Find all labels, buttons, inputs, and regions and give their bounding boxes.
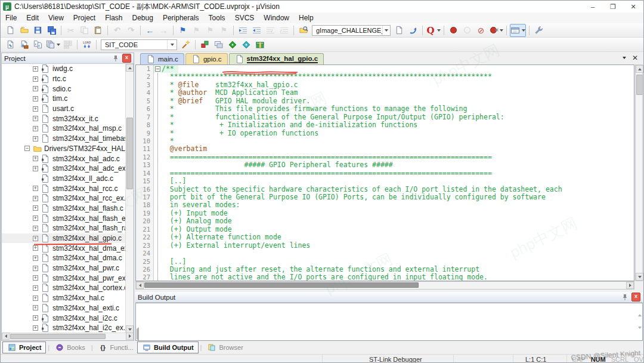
- save-button[interactable]: [32, 24, 44, 36]
- expand-icon[interactable]: +: [33, 315, 38, 321]
- target-select[interactable]: SIT_CODE: [101, 39, 177, 50]
- expand-icon[interactable]: +: [33, 66, 38, 72]
- cut-button[interactable]: ✂: [64, 24, 77, 36]
- menu-file[interactable]: File: [1, 14, 21, 22]
- expand-icon[interactable]: +: [33, 226, 38, 231]
- find-button[interactable]: Q: [426, 24, 441, 36]
- editor-tab-gpio-c[interactable]: gpio.c: [185, 53, 228, 64]
- navigate-forward-button[interactable]: →: [157, 24, 170, 36]
- tree-item-stm32f4xx-hal-pwr-ex-c[interactable]: +stm32f4xx_hal_pwr_ex.c: [2, 273, 134, 283]
- build-output-close-icon[interactable]: x: [631, 293, 640, 302]
- expand-icon[interactable]: +: [33, 156, 38, 161]
- tree-item-stm32f4xx-hal-flash-c[interactable]: +stm32f4xx_hal_flash.c: [2, 204, 134, 214]
- search-combo-dropdown-icon[interactable]: [382, 26, 390, 35]
- tree-item-stm32f4xx-ll-adc-c[interactable]: *stm32f4xx_ll_adc.c: [2, 174, 134, 184]
- fold-collapse-icon[interactable]: −: [155, 66, 160, 72]
- expand-icon[interactable]: +: [33, 196, 38, 201]
- editor-tab-main-c[interactable]: main.c: [140, 53, 184, 64]
- expand-icon[interactable]: +: [33, 96, 38, 101]
- tree-item-stm32f4xx-hal-i2c-c[interactable]: +*stm32f4xx_hal_i2c.c: [2, 313, 134, 323]
- collapse-icon[interactable]: −: [24, 146, 30, 151]
- close-button[interactable]: ✕: [623, 1, 643, 13]
- tree-item-stm32f4xx-hal-timebase-t[interactable]: +stm32f4xx_hal_timebase_t: [2, 134, 134, 144]
- expand-icon[interactable]: +: [33, 76, 38, 82]
- disable-all-breakpoints-button[interactable]: ⊘: [475, 24, 487, 36]
- bookmark-clear-all-button[interactable]: ⚑: [218, 24, 230, 36]
- translate-button[interactable]: [4, 39, 17, 51]
- restore-button[interactable]: ❐: [603, 1, 623, 13]
- file-extensions-button[interactable]: [226, 39, 239, 51]
- dock-tab-books[interactable]: Books: [51, 342, 89, 353]
- expand-icon[interactable]: +: [33, 116, 38, 121]
- build-output-content[interactable]: [135, 303, 643, 341]
- tree-item-rtc-c[interactable]: +*rtc.c: [2, 74, 134, 84]
- pack-installer-button[interactable]: [253, 39, 266, 51]
- close-document-icon[interactable]: ✕: [632, 54, 638, 62]
- expand-icon[interactable]: +: [33, 136, 38, 141]
- dock-tab-project[interactable]: Project: [2, 342, 46, 353]
- dock-tab-build-output[interactable]: Build Output: [137, 342, 199, 353]
- paste-button[interactable]: [92, 24, 104, 36]
- tree-item-stm32f4xx-hal-msp-c[interactable]: +stm32f4xx_hal_msp.c: [2, 124, 134, 134]
- save-all-button[interactable]: [45, 24, 58, 36]
- copy-button[interactable]: [78, 24, 91, 36]
- unindent-button[interactable]: [250, 24, 263, 36]
- tree-item-stm32f4xx-hal-pwr-c[interactable]: +stm32f4xx_hal_pwr.c: [2, 263, 134, 273]
- dock-tab-browser[interactable]: Browser: [203, 342, 247, 353]
- expand-icon[interactable]: +: [33, 86, 38, 91]
- menu-view[interactable]: View: [44, 14, 69, 22]
- expand-icon[interactable]: +: [33, 166, 38, 171]
- expand-icon[interactable]: +: [33, 296, 38, 301]
- tree-item-usart-c[interactable]: +usart.c: [2, 104, 134, 114]
- tree-item-stm32f4xx-hal-dma-c[interactable]: +stm32f4xx_hal_dma.c: [2, 253, 134, 263]
- navigate-back-button[interactable]: ←: [144, 24, 156, 36]
- tree-item-stm32f4xx-hal-flash-ex-c[interactable]: +stm32f4xx_hal_flash_ex.c: [2, 213, 134, 223]
- tree-item-stm32f4xx-hal-adc-ex-c[interactable]: +*stm32f4xx_hal_adc_ex.c: [2, 164, 134, 174]
- tree-item-drivers-stm32f4xx-hal-driv[interactable]: −Drivers/STM32F4xx_HAL_Driv: [2, 144, 134, 154]
- open-file-button[interactable]: [18, 24, 30, 36]
- target-select-dropdown-icon[interactable]: [167, 40, 177, 50]
- tree-item-stm32f4xx-hal-gpio-c[interactable]: +stm32f4xx_hal_gpio.c: [2, 233, 134, 244]
- tree-item-stm32f4xx-hal-dma-ex-c[interactable]: +stm32f4xx_hal_dma_ex.c: [2, 243, 134, 253]
- project-tree-hscroll[interactable]: [2, 333, 134, 340]
- project-panel-close-icon[interactable]: x: [122, 54, 131, 63]
- new-file-button[interactable]: [4, 24, 17, 36]
- kill-all-breakpoints-button[interactable]: ✕: [488, 24, 503, 36]
- tree-item-stm32f4xx-hal-flash-ramf[interactable]: +stm32f4xx_hal_flash_ramf: [2, 223, 134, 233]
- editor-hscroll[interactable]: [135, 281, 634, 290]
- expand-icon[interactable]: +: [33, 205, 38, 211]
- menu-window[interactable]: Window: [259, 14, 294, 22]
- find-in-files-button[interactable]: [297, 24, 309, 36]
- indent-button[interactable]: [237, 24, 249, 36]
- insert-breakpoint-button[interactable]: [447, 24, 460, 36]
- undo-button[interactable]: ↶: [111, 24, 123, 36]
- tree-item-stm32f4xx-hal-exti-c[interactable]: +stm32f4xx_hal_exti.c: [2, 303, 134, 313]
- tree-item-tim-c[interactable]: +*tim.c: [2, 94, 134, 104]
- stop-build-button[interactable]: [61, 39, 74, 51]
- tree-item-stm32f4xx-hal-cortex-c[interactable]: +stm32f4xx_hal_cortex.c: [2, 283, 134, 293]
- expand-icon[interactable]: +: [33, 236, 38, 241]
- project-tree-vscroll[interactable]: [125, 64, 134, 333]
- incremental-find-button[interactable]: [407, 24, 419, 36]
- manage-project-items-button[interactable]: [212, 39, 225, 51]
- manage-rte-button[interactable]: [199, 39, 211, 51]
- menu-tools[interactable]: Tools: [204, 14, 230, 22]
- options-for-target-button[interactable]: [179, 39, 192, 51]
- menu-help[interactable]: Help: [294, 14, 318, 22]
- expand-icon[interactable]: +: [33, 245, 38, 251]
- uncomment-button[interactable]: /: [278, 24, 290, 36]
- expand-icon[interactable]: +: [33, 256, 38, 261]
- bookmark-next-button[interactable]: ⚑: [204, 24, 216, 36]
- expand-icon[interactable]: +: [33, 106, 38, 112]
- tree-item-stm32f4xx-hal-rcc-c[interactable]: +stm32f4xx_hal_rcc.c: [2, 183, 134, 193]
- download-load-button[interactable]: LOAD: [80, 39, 93, 51]
- expand-icon[interactable]: +: [33, 186, 38, 191]
- redo-button[interactable]: ↷: [125, 24, 137, 36]
- menu-flash[interactable]: Flash: [100, 14, 127, 22]
- expand-icon[interactable]: +: [33, 285, 38, 291]
- menu-svcs[interactable]: SVCS: [230, 14, 259, 22]
- tree-item-stm32f4xx-it-c[interactable]: +stm32f4xx_it.c: [2, 113, 134, 124]
- expand-icon[interactable]: +: [33, 216, 38, 221]
- expand-icon[interactable]: +: [33, 325, 38, 331]
- tree-item-stm32f4xx-hal-i2c-ex-c[interactable]: +*stm32f4xx_hal_i2c_ex.c: [2, 323, 134, 333]
